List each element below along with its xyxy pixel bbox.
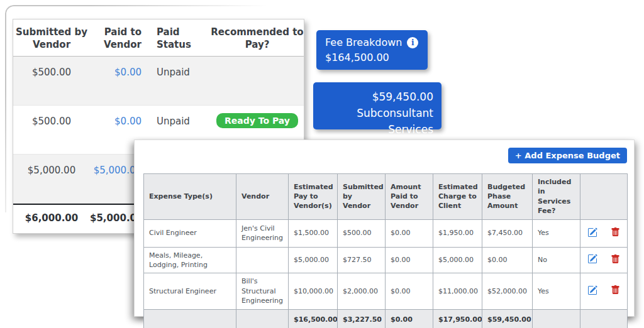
actions-cell [580, 219, 628, 247]
col-header-estimated-pay: Estimated Pay to Vendor(s) [289, 174, 338, 220]
submitted-by-vendor-value: $500.00 [13, 106, 90, 127]
budgeted-phase-cell: $7,450.00 [482, 219, 533, 247]
col-header-included-in-fee: Included in Services Fee? [533, 174, 580, 220]
expense-total-row: $16,500.00 $3,227.50 $0.00 $17,950.00 $5… [144, 309, 628, 328]
amount-paid-cell: $0.00 [386, 247, 433, 273]
paid-to-vendor-link[interactable]: $0.00 [90, 106, 142, 127]
info-icon[interactable]: i [407, 37, 418, 48]
submitted-cell: $727.50 [338, 247, 386, 273]
col-header-submitted-by-vendor: Submitted by Vendor [13, 19, 90, 52]
total-submitted-by-vendor: $6,000.00 [13, 212, 90, 224]
paid-to-vendor-link[interactable]: $0.00 [90, 57, 142, 78]
paid-status-value: Unpaid [142, 106, 211, 127]
ready-to-pay-button[interactable]: Ready To Pay [216, 113, 298, 128]
col-header-paid-status: Paid Status [142, 19, 211, 52]
submitted-by-vendor-value: $500.00 [13, 57, 90, 78]
expense-row: Meals, Mileage, Lodging, Printing $5,000… [144, 247, 628, 273]
expense-budget-panel: + Add Expense Budget Expense Type(s) Ven… [134, 139, 635, 317]
actions-cell [580, 273, 628, 309]
col-header-budgeted-phase: Budgeted Phase Amount [482, 174, 533, 220]
col-header-actions [580, 174, 628, 220]
estimated-charge-cell: $11,000.00 [433, 273, 482, 309]
col-header-estimated-charge: Estimated Charge to Client [433, 174, 482, 220]
subconsultant-amount: $59,450.00 [321, 89, 433, 105]
estimated-pay-cell: $5,000.00 [289, 247, 338, 273]
edit-icon[interactable] [587, 285, 597, 297]
recommended-to-pay-cell: Ready To Pay [211, 106, 304, 128]
recommended-to-pay-cell [211, 57, 304, 64]
estimated-charge-cell: $5,000.00 [433, 247, 482, 273]
delete-icon[interactable] [611, 254, 620, 266]
budgeted-phase-cell: $52,000.00 [482, 273, 533, 309]
col-header-recommended-to-pay: Recommended to Pay? [211, 19, 304, 52]
submitted-cell: $2,000.00 [338, 273, 386, 309]
col-header-paid-to-vendor: Paid to Vendor [90, 19, 142, 52]
subconsultant-services-badge: $59,450.00 Subconsultant Services [313, 82, 441, 129]
total-budgeted-phase: $59,450.00 [482, 309, 533, 328]
expense-table-header: Expense Type(s) Vendor Estimated Pay to … [144, 174, 628, 220]
fee-breakdown-badge: Fee Breakdown i $164,500.00 [316, 30, 428, 70]
screen: Submitted by Vendor Paid to Vendor Paid … [0, 0, 644, 328]
submitted-cell: $500.00 [338, 219, 386, 247]
expense-row: Civil Engineer Jen's Civil Engineering $… [144, 219, 628, 247]
col-header-submitted-by-vendor: Submitted by Vendor [338, 174, 386, 220]
total-submitted: $3,227.50 [338, 309, 386, 328]
budgeted-phase-cell: $0.00 [482, 247, 533, 273]
included-in-fee-cell: Yes [533, 219, 580, 247]
amount-paid-cell: $0.00 [386, 219, 433, 247]
included-in-fee-cell: No [533, 247, 580, 273]
fee-breakdown-title: Fee Breakdown [325, 35, 402, 50]
edit-icon[interactable] [587, 254, 597, 266]
paid-status-value: Unpaid [142, 57, 211, 78]
payments-table-header: Submitted by Vendor Paid to Vendor Paid … [13, 19, 304, 57]
included-in-fee-cell: Yes [533, 273, 580, 309]
estimated-pay-cell: $10,000.00 [289, 273, 338, 309]
delete-icon[interactable] [611, 285, 620, 297]
expense-budget-table: Expense Type(s) Vendor Estimated Pay to … [143, 173, 628, 328]
expense-row: Structural Engineer Bill's Structural En… [144, 273, 628, 309]
col-header-amount-paid: Amount Paid to Vendor [386, 174, 433, 220]
expense-type-cell: Meals, Mileage, Lodging, Printing [144, 247, 236, 273]
vendor-cell [236, 247, 289, 273]
total-estimated-charge: $17,950.00 [433, 309, 482, 328]
total-amount-paid: $0.00 [386, 309, 433, 328]
subconsultant-label: Subconsultant Services [321, 105, 433, 138]
actions-cell [580, 247, 628, 273]
add-expense-budget-button[interactable]: + Add Expense Budget [508, 148, 627, 163]
expense-type-cell: Civil Engineer [144, 219, 236, 247]
col-header-vendor: Vendor [236, 174, 289, 220]
col-header-expense-type: Expense Type(s) [144, 174, 236, 220]
estimated-pay-cell: $1,500.00 [289, 219, 338, 247]
delete-icon[interactable] [611, 227, 620, 239]
estimated-charge-cell: $1,950.00 [433, 219, 482, 247]
total-estimated-pay: $16,500.00 [289, 309, 338, 328]
amount-paid-cell: $0.00 [386, 273, 433, 309]
edit-icon[interactable] [587, 227, 597, 239]
table-row: $500.00 $0.00 Unpaid [13, 57, 304, 106]
submitted-by-vendor-value: $5,000.00 [13, 155, 90, 176]
expense-type-cell: Structural Engineer [144, 273, 236, 309]
vendor-cell: Jen's Civil Engineering [236, 219, 289, 247]
fee-breakdown-amount: $164,500.00 [325, 50, 419, 65]
vendor-cell: Bill's Structural Engineering [236, 273, 289, 309]
